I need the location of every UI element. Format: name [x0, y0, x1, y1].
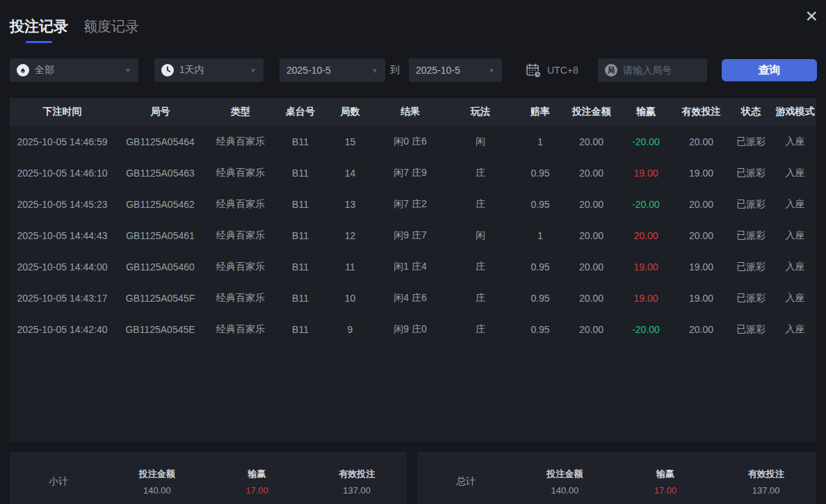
round-number-icon: 局 — [605, 64, 617, 76]
subtotal-bet-amount: 投注金额 140.00 — [107, 468, 207, 496]
subtotal-panel: 小计 投注金额 140.00 输赢 17.00 有效投注 137.00 — [10, 452, 407, 504]
total-winloss: 输赢 17.00 — [615, 468, 716, 496]
col-header-bet-time: 下注时间 — [10, 98, 115, 126]
cell-play: 庄 — [446, 157, 515, 188]
total-panel: 总计 投注金额 140.00 输赢 17.00 有效投注 137.00 — [417, 452, 816, 504]
table-row: 2025-10-05 14:45:23 GB1125A05462 经典百家乐 B… — [10, 188, 816, 220]
cell-table-no: B11 — [275, 126, 325, 157]
cell-play: 庄 — [446, 282, 515, 314]
tab-bar: 投注记录 额度记录 — [10, 17, 139, 43]
cell-type: 经典百家乐 — [206, 251, 275, 282]
cell-bet-time: 2025-10-05 14:44:43 — [10, 220, 115, 251]
cell-status: 已派彩 — [728, 220, 774, 251]
records-table: 下注时间 局号 类型 桌台号 局数 结果 玩法 赔率 投注金额 输赢 有效投注 … — [10, 98, 816, 345]
clock-icon — [161, 64, 174, 76]
subtotal-winloss: 输赢 17.00 — [207, 468, 307, 496]
cell-game-mode: 入座 — [774, 314, 816, 345]
timezone-indicator: UTC+8 — [525, 58, 578, 82]
col-header-odds: 赔率 — [515, 98, 565, 126]
table-row: 2025-10-05 14:44:00 GB1125A05460 经典百家乐 B… — [10, 251, 816, 282]
cell-bet-time: 2025-10-05 14:46:10 — [10, 157, 115, 188]
chevron-down-icon: ▼ — [488, 67, 495, 74]
round-number-input[interactable] — [623, 65, 700, 76]
cell-round-id: GB1125A0545E — [115, 314, 206, 345]
cell-odds: 0.95 — [515, 188, 565, 220]
cell-table-no: B11 — [275, 314, 325, 345]
cell-result: 闲0 庄6 — [375, 126, 446, 157]
cell-bet-time: 2025-10-05 14:44:00 — [10, 251, 115, 282]
close-icon[interactable]: × — [805, 6, 818, 26]
cell-round-no: 11 — [325, 251, 375, 282]
cell-valid-bet: 19.00 — [674, 251, 728, 282]
col-header-bet-amount: 投注金额 — [565, 98, 617, 126]
col-header-valid-bet: 有效投注 — [674, 98, 728, 126]
cell-type: 经典百家乐 — [206, 220, 275, 251]
date-from-picker[interactable]: 2025-10-5 ▼ — [280, 58, 385, 82]
cell-status: 已派彩 — [728, 126, 774, 157]
spade-icon: ♠ — [17, 64, 29, 76]
col-header-status: 状态 — [728, 98, 774, 126]
cell-odds: 0.95 — [515, 157, 565, 188]
calendar-clock-icon — [525, 62, 542, 79]
cell-odds: 0.95 — [515, 282, 565, 314]
cell-result: 闲4 庄6 — [375, 282, 446, 314]
cell-odds: 0.95 — [515, 251, 565, 282]
cell-type: 经典百家乐 — [206, 126, 275, 157]
date-from-value: 2025-10-5 — [286, 65, 331, 76]
cell-bet-amount: 20.00 — [565, 188, 617, 220]
subtotal-label: 小计 — [10, 475, 107, 488]
table-row: 2025-10-05 14:46:59 GB1125A05464 经典百家乐 B… — [10, 126, 816, 157]
cell-bet-time: 2025-10-05 14:42:40 — [10, 314, 115, 345]
cell-round-id: GB1125A0545F — [115, 282, 206, 314]
game-type-value: 全部 — [35, 64, 54, 76]
cell-play: 庄 — [446, 188, 515, 220]
cell-bet-amount: 20.00 — [565, 157, 617, 188]
time-range-value: 1天内 — [179, 64, 204, 76]
tab-betting-records[interactable]: 投注记录 — [10, 17, 68, 43]
time-range-dropdown[interactable]: 1天内 ▼ — [154, 58, 264, 82]
cell-odds: 1 — [515, 220, 565, 251]
cell-odds: 0.95 — [515, 314, 565, 345]
cell-round-no: 14 — [325, 157, 375, 188]
records-table-container: 下注时间 局号 类型 桌台号 局数 结果 玩法 赔率 投注金额 输赢 有效投注 … — [10, 98, 816, 441]
cell-bet-time: 2025-10-05 14:46:59 — [10, 126, 115, 157]
game-type-dropdown[interactable]: ♠ 全部 ▼ — [10, 58, 138, 82]
cell-valid-bet: 20.00 — [674, 220, 728, 251]
cell-winloss: 19.00 — [617, 157, 674, 188]
tab-quota-records[interactable]: 额度记录 — [83, 17, 139, 43]
cell-valid-bet: 20.00 — [674, 188, 728, 220]
col-header-round-no: 局数 — [325, 98, 375, 126]
cell-bet-amount: 20.00 — [565, 251, 617, 282]
table-header-row: 下注时间 局号 类型 桌台号 局数 结果 玩法 赔率 投注金额 输赢 有效投注 … — [10, 98, 816, 126]
cell-round-no: 10 — [325, 282, 375, 314]
cell-winloss: -20.00 — [617, 314, 674, 345]
date-to-picker[interactable]: 2025-10-5 ▼ — [409, 58, 502, 82]
cell-bet-time: 2025-10-05 14:45:23 — [10, 188, 115, 220]
cell-round-no: 13 — [325, 188, 375, 220]
cell-winloss: -20.00 — [617, 126, 674, 157]
cell-play: 闲 — [446, 126, 515, 157]
cell-valid-bet: 20.00 — [674, 126, 728, 157]
summary-row: 小计 投注金额 140.00 输赢 17.00 有效投注 137.00 总计 — [10, 452, 816, 504]
cell-game-mode: 入座 — [774, 282, 816, 314]
cell-bet-time: 2025-10-05 14:43:17 — [10, 282, 115, 314]
betting-records-window: × 投注记录 额度记录 ♠ 全部 ▼ 1天内 ▼ 2025-10-5 ▼ 到 — [0, 0, 826, 504]
total-valid-bet: 有效投注 137.00 — [715, 468, 816, 496]
cell-status: 已派彩 — [728, 314, 774, 345]
cell-winloss: 20.00 — [617, 220, 674, 251]
cell-round-id: GB1125A05461 — [115, 220, 206, 251]
cell-game-mode: 入座 — [774, 188, 816, 220]
cell-status: 已派彩 — [728, 188, 774, 220]
col-header-type: 类型 — [206, 98, 275, 126]
search-button[interactable]: 查询 — [722, 59, 817, 81]
cell-play: 庄 — [446, 251, 515, 282]
chevron-down-icon: ▼ — [250, 67, 257, 74]
cell-status: 已派彩 — [728, 157, 774, 188]
date-to-value: 2025-10-5 — [416, 65, 460, 76]
cell-result: 闲1 庄4 — [375, 251, 446, 282]
cell-play: 庄 — [446, 314, 515, 345]
cell-round-no: 15 — [325, 126, 375, 157]
table-row: 2025-10-05 14:43:17 GB1125A0545F 经典百家乐 B… — [10, 282, 816, 314]
cell-winloss: -20.00 — [617, 188, 674, 220]
cell-round-no: 12 — [325, 220, 375, 251]
